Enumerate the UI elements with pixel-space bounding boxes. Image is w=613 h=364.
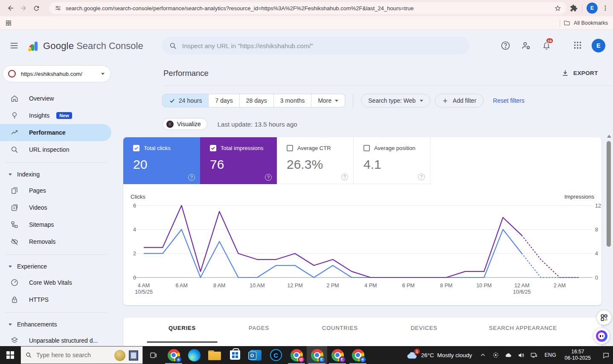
screen-clip-icon[interactable] [491,352,501,358]
action-center-icon[interactable] [598,352,613,359]
profile-badge: E [339,356,346,363]
weather-widget[interactable]: 1 26°C Mostly cloudy [402,346,476,364]
checkbox-unchecked-icon[interactable] [287,145,293,151]
account-avatar[interactable]: E [592,39,605,52]
tray-expand-icon[interactable] [478,352,488,358]
assistant-widget-button[interactable] [593,328,610,344]
tab-countries[interactable]: COUNTRIES [322,325,358,331]
export-button[interactable]: EXPORT [561,69,598,77]
url-inspect-input[interactable] [182,42,462,49]
property-selector[interactable]: https://eshikshahub.com/ [3,65,111,82]
checkbox-checked-icon[interactable] [210,145,216,151]
sidebar-item-unparsable-structured-d[interactable]: Unparsable structured d... [0,332,111,346]
menu-icon[interactable] [9,41,19,50]
help-icon[interactable] [500,40,511,51]
metric-value: 76 [210,157,277,172]
taskbar-app-chrome-profile-5[interactable]: e [348,346,368,364]
scrollbar-up-arrow[interactable] [607,133,612,137]
sidebar-section-indexing[interactable]: Indexing [0,167,111,182]
forward-icon[interactable] [17,2,30,14]
taskbar-app-microsoft-store[interactable] [225,346,245,364]
weather-desc: Mostly cloudy [437,352,472,358]
reload-icon[interactable] [30,2,43,14]
tab-pages[interactable]: PAGES [249,325,269,331]
search-type-chip[interactable]: Search type: Web [361,94,430,107]
site-settings-icon[interactable] [55,5,61,12]
plus-icon [442,98,448,104]
user-settings-icon[interactable] [521,40,531,51]
chrome-icon: E [311,349,323,361]
visualize-button[interactable]: K Visualize [163,118,207,130]
tab-devices[interactable]: DEVICES [411,325,438,331]
taskbar-app-outlook[interactable] [245,346,266,364]
metric-tile-total-impressions[interactable]: Total impressions 76 ? [200,137,277,184]
sidebar-section-enhancements[interactable]: Enhancements [0,317,111,332]
svg-text:10 AM: 10 AM [250,283,264,289]
taskbar-app-chrome-profile-4[interactable]: E [327,346,348,364]
sidebar-item-removals[interactable]: Removals [0,233,111,250]
google-apps-icon[interactable] [573,40,583,51]
date-chip-28-days[interactable]: 28 days [240,94,274,107]
help-icon[interactable]: ? [418,173,425,180]
all-bookmarks-label[interactable]: All Bookmarks [574,20,608,26]
extensions-icon[interactable] [570,4,578,12]
help-icon[interactable]: ? [341,173,348,180]
help-icon[interactable]: ? [265,174,272,181]
apps-grid-icon[interactable] [5,20,12,26]
taskbar-clock[interactable]: 16:57 06-10-2025 [565,349,591,361]
search-icon [10,145,19,154]
metric-tile-total-clicks[interactable]: Total clicks 20 ? [123,137,200,184]
start-button[interactable] [0,346,20,364]
tab-search-appearance[interactable]: SEARCH APPEARANCE [489,325,557,331]
bookmark-star-icon[interactable] [554,5,561,12]
sidebar-item-url-inspection[interactable]: URL inspection [0,141,111,158]
tab-queries[interactable]: QUERIES [169,325,196,331]
network-icon[interactable] [529,352,539,359]
sidebar-item-sitemaps[interactable]: Sitemaps [0,216,111,233]
date-chip-7-days[interactable]: 7 days [209,94,239,107]
download-icon [561,69,569,77]
scrollbar-thumb[interactable] [607,141,611,247]
volume-icon[interactable] [516,352,526,359]
add-filter-button[interactable]: Add filter [435,94,483,107]
taskbar-app-file-explorer[interactable] [204,346,225,364]
taskbar-search[interactable] [20,346,143,364]
url-inspect-searchbox[interactable] [162,37,469,55]
notifications-bell-icon[interactable]: 19 [541,40,552,51]
taskbar-app-chrome-profile-1[interactable]: a [163,346,184,364]
sidebar-item-insights[interactable]: Insights New [0,107,111,124]
address-bar[interactable]: search.google.com/search-console/perform… [49,2,567,14]
svg-text:8 AM: 8 AM [213,283,225,289]
browser-menu-icon[interactable] [602,5,609,12]
sidebar-section-experience[interactable]: Experience [0,259,111,274]
metric-tile-average-position[interactable]: Average position 4.1 ? [354,137,430,184]
taskbar-app-edge[interactable] [184,346,204,364]
search-console-logo-icon [27,40,39,52]
task-view-button[interactable] [143,346,163,364]
taskbar-app-chrome-profile-3[interactable]: E [307,346,327,364]
sidebar-item-performance[interactable]: Performance [0,124,111,141]
sidebar-item-overview[interactable]: Overview [0,90,111,107]
check-icon [169,98,175,104]
help-icon[interactable]: ? [188,174,195,181]
taskbar-search-input[interactable] [36,352,105,358]
sidebar-item-pages[interactable]: Pages [0,182,111,199]
taskbar-app-chrome-profile-2[interactable]: @ [286,346,307,364]
search-console-logo[interactable]: Google Search Console [27,38,143,54]
sidebar-item-https[interactable]: HTTPS [0,291,111,308]
language-indicator[interactable]: ENG [545,352,556,358]
date-chip-more[interactable]: More [311,94,345,107]
reset-filters-link[interactable]: Reset filters [493,97,525,104]
browser-profile-avatar[interactable]: E [587,3,598,14]
checkbox-unchecked-icon[interactable] [363,145,370,151]
onedrive-icon[interactable] [503,352,514,358]
checkbox-checked-icon[interactable] [133,145,139,151]
sidebar-item-core-web-vitals[interactable]: Core Web Vitals [0,274,111,291]
extension-widget-button[interactable] [597,310,611,325]
back-icon[interactable] [4,2,17,14]
date-chip-3-months[interactable]: 3 months [274,94,312,107]
taskbar-app-c-app[interactable]: C [266,346,286,364]
date-chip-24-hours[interactable]: 24 hours [162,94,209,107]
metric-tile-average-ctr[interactable]: Average CTR 26.3% ? [277,137,354,184]
sidebar-item-videos[interactable]: Videos [0,199,111,216]
